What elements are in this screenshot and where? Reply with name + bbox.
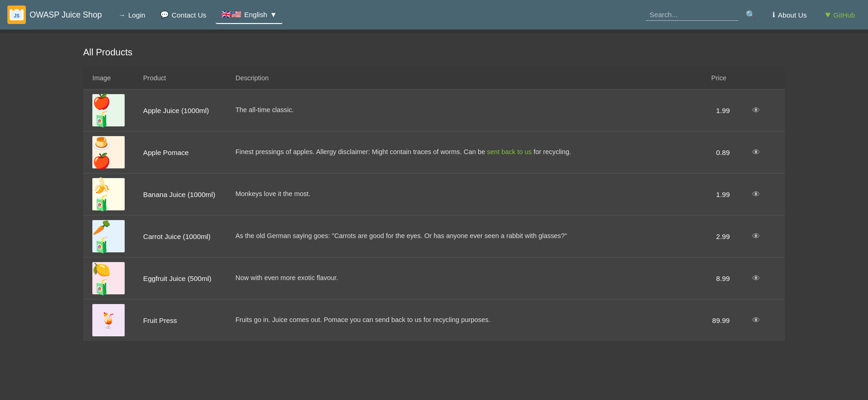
header-divider bbox=[0, 30, 868, 33]
product-name: Carrot Juice (1000ml) bbox=[134, 215, 226, 257]
product-actions-cell: 👁 bbox=[739, 215, 785, 257]
product-description: Now with even more exotic flavour. bbox=[226, 257, 702, 299]
product-price: 89.99 bbox=[702, 299, 739, 341]
view-product-button[interactable]: 👁 bbox=[748, 104, 764, 117]
chevron-down-icon: ▼ bbox=[270, 11, 277, 18]
view-product-button[interactable]: 👁 bbox=[748, 272, 764, 285]
contact-label: Contact Us bbox=[172, 11, 206, 19]
flag-icons: 🇬🇧🇺🇸 bbox=[221, 10, 241, 19]
product-description: As the old German saying goes: "Carrots … bbox=[226, 215, 702, 257]
login-label: Login bbox=[128, 11, 145, 19]
table-row: 🍹Fruit PressFruits go in. Juice comes ou… bbox=[83, 299, 785, 341]
product-name: Eggfruit Juice (500ml) bbox=[134, 257, 226, 299]
contact-us-button[interactable]: 💬 Contact Us bbox=[155, 7, 212, 23]
product-image-cell: 🍮🍎 bbox=[83, 131, 134, 173]
language-selector[interactable]: 🇬🇧🇺🇸 English ▼ bbox=[216, 6, 283, 24]
products-table: Image Product Description Price 🍎🧃Apple … bbox=[83, 67, 785, 341]
view-product-button[interactable]: 👁 bbox=[748, 146, 764, 159]
col-price: Price bbox=[702, 67, 739, 90]
view-product-button[interactable]: 👁 bbox=[748, 230, 764, 243]
product-image: 🍮🍎 bbox=[92, 136, 125, 168]
product-price: 0.89 bbox=[702, 131, 739, 173]
product-image-cell: 🍎🧃 bbox=[83, 90, 134, 131]
col-description: Description bbox=[226, 67, 702, 90]
product-price: 2.99 bbox=[702, 215, 739, 257]
language-label: English bbox=[244, 11, 267, 18]
app-logo-icon: JS bbox=[7, 6, 26, 24]
product-image: 🥕🧃 bbox=[92, 220, 125, 252]
login-button[interactable]: → Login bbox=[113, 7, 151, 23]
about-us-button[interactable]: ℹ About Us bbox=[767, 7, 812, 23]
product-image-cell: 🍹 bbox=[83, 299, 134, 341]
search-input[interactable] bbox=[646, 9, 738, 21]
product-description: Fruits go in. Juice comes out. Pomace yo… bbox=[226, 299, 702, 341]
product-price: 1.99 bbox=[702, 90, 739, 131]
svg-rect-3 bbox=[12, 7, 15, 11]
search-button[interactable]: 🔍 bbox=[742, 6, 760, 24]
product-image-cell: 🍋🧃 bbox=[83, 257, 134, 299]
product-actions-cell: 👁 bbox=[739, 173, 785, 215]
product-image: 🍎🧃 bbox=[92, 94, 125, 126]
svg-text:JS: JS bbox=[14, 13, 20, 18]
app-name: OWASP Juice Shop bbox=[30, 10, 102, 20]
product-price: 1.99 bbox=[702, 173, 739, 215]
main-content: All Products Image Product Description P… bbox=[0, 33, 868, 355]
product-description: Monkeys love it the most. bbox=[226, 173, 702, 215]
contact-icon: 💬 bbox=[160, 11, 169, 19]
search-icon: 🔍 bbox=[746, 10, 756, 20]
header-nav: → Login 💬 Contact Us 🇬🇧🇺🇸 English ▼ bbox=[113, 6, 282, 24]
product-actions-cell: 👁 bbox=[739, 90, 785, 131]
description-link[interactable]: sent back to us bbox=[487, 148, 532, 155]
svg-rect-4 bbox=[18, 7, 21, 11]
table-row: 🍎🧃Apple Juice (1000ml)The all-time class… bbox=[83, 90, 785, 131]
about-label: About Us bbox=[778, 11, 807, 19]
product-description: Finest pressings of apples. Allergy disc… bbox=[226, 131, 702, 173]
col-image: Image bbox=[83, 67, 134, 90]
view-product-button[interactable]: 👁 bbox=[748, 314, 764, 327]
product-name: Apple Juice (1000ml) bbox=[134, 90, 226, 131]
product-description: The all-time classic. bbox=[226, 90, 702, 131]
github-button[interactable]: ♥ GitHub bbox=[820, 6, 861, 24]
product-image: 🍌🧃 bbox=[92, 178, 125, 210]
app-header: JS OWASP Juice Shop → Login 💬 Contact Us… bbox=[0, 0, 868, 30]
table-header: Image Product Description Price bbox=[83, 67, 785, 90]
table-row: 🍋🧃Eggfruit Juice (500ml)Now with even mo… bbox=[83, 257, 785, 299]
github-icon: ♥ bbox=[825, 10, 830, 20]
product-actions-cell: 👁 bbox=[739, 299, 785, 341]
table-row: 🍮🍎Apple PomaceFinest pressings of apples… bbox=[83, 131, 785, 173]
table-row: 🥕🧃Carrot Juice (1000ml)As the old German… bbox=[83, 215, 785, 257]
page-title: All Products bbox=[83, 47, 785, 58]
product-name: Apple Pomace bbox=[134, 131, 226, 173]
login-icon: → bbox=[118, 11, 125, 19]
info-icon: ℹ bbox=[772, 11, 775, 19]
product-image: 🍋🧃 bbox=[92, 262, 125, 294]
product-price: 8.99 bbox=[702, 257, 739, 299]
product-actions-cell: 👁 bbox=[739, 257, 785, 299]
app-logo-link[interactable]: JS OWASP Juice Shop bbox=[7, 6, 102, 24]
view-product-button[interactable]: 👁 bbox=[748, 188, 764, 201]
col-product: Product bbox=[134, 67, 226, 90]
product-name: Fruit Press bbox=[134, 299, 226, 341]
product-image-cell: 🍌🧃 bbox=[83, 173, 134, 215]
github-label: GitHub bbox=[833, 11, 855, 19]
product-image: 🍹 bbox=[92, 304, 125, 336]
products-tbody: 🍎🧃Apple Juice (1000ml)The all-time class… bbox=[83, 90, 785, 341]
product-actions-cell: 👁 bbox=[739, 131, 785, 173]
product-name: Banana Juice (1000ml) bbox=[134, 173, 226, 215]
product-image-cell: 🥕🧃 bbox=[83, 215, 134, 257]
table-row: 🍌🧃Banana Juice (1000ml)Monkeys love it t… bbox=[83, 173, 785, 215]
col-actions bbox=[739, 67, 785, 90]
search-area: 🔍 bbox=[646, 6, 760, 24]
